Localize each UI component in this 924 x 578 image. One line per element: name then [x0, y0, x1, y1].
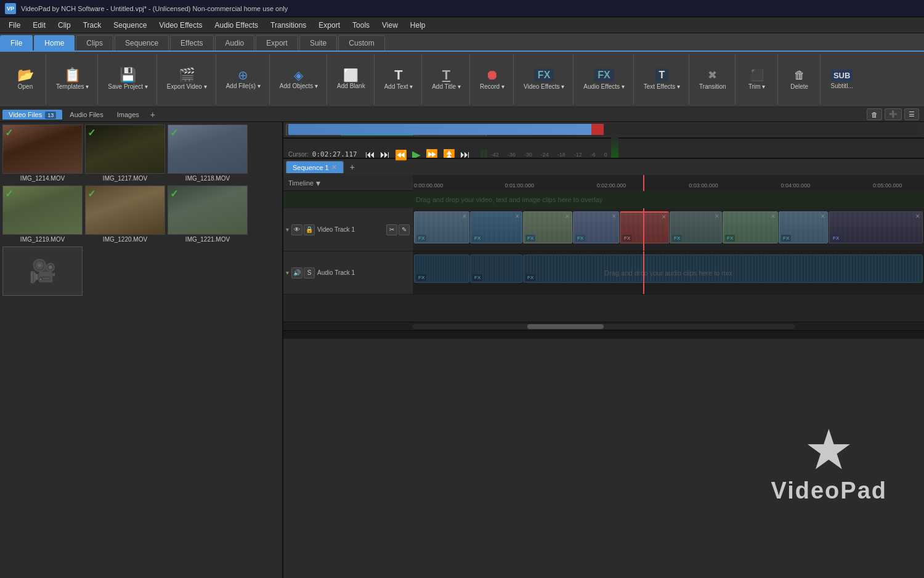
- tab-sequence[interactable]: Sequence: [115, 35, 169, 51]
- export-video-button[interactable]: 🎬 Export Video ▾: [163, 66, 211, 92]
- tab-audio[interactable]: Audio: [215, 35, 255, 51]
- ribbon: 📂 Open 📋 Templates ▾ 💾 Save Project ▾ 🎬 …: [0, 52, 924, 107]
- add-files-button[interactable]: ⊕ Add File(s) ▾: [222, 67, 264, 92]
- track-action-icons: ✂ ✎: [386, 224, 410, 235]
- clip-6-close[interactable]: ✕: [715, 213, 719, 219]
- record-button[interactable]: ⏺ Record ▾: [476, 66, 508, 92]
- ribbon-add-files-group: ⊕ Add File(s) ▾: [217, 54, 270, 105]
- clip-2-close[interactable]: ✕: [515, 213, 520, 219]
- templates-button[interactable]: 📋 Templates ▾: [52, 66, 92, 92]
- audio-clip-1[interactable]: FX: [414, 254, 469, 283]
- tab-effects[interactable]: Effects: [170, 35, 213, 51]
- audio-track-collapse-btn[interactable]: ▾: [286, 269, 289, 276]
- subtitle-button[interactable]: SUB Subtitl...: [827, 67, 857, 92]
- audio-track-1-content[interactable]: FX FX FX: [413, 251, 924, 294]
- menu-edit[interactable]: Edit: [26, 20, 52, 31]
- close-sequence-btn[interactable]: ✕: [331, 163, 337, 171]
- ribbon-templates-group: 📋 Templates ▾: [47, 54, 98, 105]
- open-button[interactable]: 📂 Open: [10, 66, 41, 92]
- video-clip-1[interactable]: FX ✕: [414, 211, 469, 243]
- media-file-4[interactable]: ✓ IMG_1219.MOV: [2, 185, 83, 244]
- save-project-button[interactable]: 💾 Save Project ▾: [104, 66, 151, 92]
- menu-video-effects[interactable]: Video Effects: [153, 20, 208, 31]
- tab-video-files[interactable]: Video Files 13: [2, 110, 62, 120]
- video-clip-2[interactable]: FX ✕: [470, 211, 522, 243]
- video-clip-9[interactable]: FX ✕: [829, 211, 923, 243]
- video-effects-button[interactable]: FX Video Effects ▾: [520, 66, 568, 92]
- add-blank-button[interactable]: ⬜ Add Blank: [333, 67, 369, 92]
- clip-3-close[interactable]: ✕: [565, 213, 570, 219]
- menu-help[interactable]: Help: [404, 20, 432, 31]
- clip-4-close[interactable]: ✕: [612, 213, 617, 219]
- add-title-button[interactable]: T Add Title ▾: [428, 66, 464, 92]
- clip-5-close[interactable]: ✕: [662, 214, 667, 220]
- video-clip-8[interactable]: FX ✕: [779, 211, 828, 243]
- add-title-label: Add Title ▾: [432, 83, 461, 90]
- view-toggle-btn[interactable]: ☰: [904, 108, 919, 120]
- clip-1-close[interactable]: ✕: [462, 213, 467, 219]
- hscroll-thumb[interactable]: [527, 324, 604, 329]
- track-collapse-btn[interactable]: ▾: [286, 226, 289, 233]
- media-file-6[interactable]: ✓ IMG_1221.MOV: [168, 185, 248, 244]
- add-sequence-btn[interactable]: +: [345, 160, 360, 174]
- text-effects-button[interactable]: T Text Effects ▾: [640, 66, 684, 92]
- tab-home[interactable]: Home: [34, 35, 75, 51]
- menu-file[interactable]: File: [2, 20, 26, 31]
- add-text-button[interactable]: T Add Text ▾: [381, 66, 417, 92]
- add-media-tab-button[interactable]: +: [147, 108, 159, 121]
- track-cut-btn[interactable]: ✂: [386, 224, 397, 235]
- track-eye-btn[interactable]: 👁: [291, 224, 302, 235]
- tab-export[interactable]: Export: [256, 35, 298, 51]
- audio-mute-btn[interactable]: 🔊: [291, 267, 302, 279]
- clip-7-close[interactable]: ✕: [771, 213, 776, 219]
- trim-button[interactable]: ⬛ Trim ▾: [742, 66, 772, 92]
- track-edit-btn[interactable]: ✎: [399, 224, 410, 235]
- add-text-icon: T: [394, 68, 402, 82]
- media-file-3[interactable]: ✓ IMG_1218.MOV: [168, 124, 248, 183]
- clip-8-close[interactable]: ✕: [821, 213, 825, 219]
- video-clip-4[interactable]: FX ✕: [573, 211, 619, 243]
- tab-suite[interactable]: Suite: [299, 35, 337, 51]
- add-objects-button[interactable]: ◈ Add Objects ▾: [276, 67, 322, 92]
- media-file-2[interactable]: ✓ IMG_1217.MOV: [85, 124, 165, 183]
- sequence-tab-1[interactable]: Sequence 1 ✕: [286, 161, 344, 173]
- hscroll-track[interactable]: [413, 324, 795, 329]
- audio-effects-button[interactable]: FX Audio Effects ▾: [580, 66, 628, 92]
- menu-tools[interactable]: Tools: [346, 20, 376, 31]
- media-file-5[interactable]: ✓ IMG_1220.MOV: [85, 185, 165, 244]
- tab-file[interactable]: File: [0, 35, 33, 51]
- video-clip-3[interactable]: FX ✕: [523, 211, 572, 243]
- menu-export[interactable]: Export: [312, 20, 346, 31]
- delete-media-btn[interactable]: 🗑: [867, 108, 882, 120]
- menu-track[interactable]: Track: [77, 20, 108, 31]
- bottom-scrollbar[interactable]: [283, 330, 924, 339]
- video-track-1-content[interactable]: FX ✕ FX ✕ FX: [413, 208, 924, 251]
- tab-audio-files[interactable]: Audio Files: [63, 110, 109, 120]
- timeline-dropdown-btn[interactable]: ▾: [316, 178, 320, 188]
- video-clip-6[interactable]: FX ✕: [670, 211, 722, 243]
- scrubber-timeline[interactable]: [288, 124, 919, 135]
- rewind-btn[interactable]: ⏩: [393, 146, 409, 163]
- clip-9-close[interactable]: ✕: [915, 213, 920, 219]
- add-to-sequence-btn[interactable]: ➕: [885, 108, 902, 120]
- meter-labels: -42 -36 -30 -24 -18 -12 -6 0: [488, 152, 607, 158]
- tab-clips[interactable]: Clips: [76, 35, 113, 51]
- tab-custom[interactable]: Custom: [338, 35, 384, 51]
- audio-solo-btn[interactable]: S: [304, 267, 315, 279]
- track-lock-btn[interactable]: 🔒: [304, 224, 315, 235]
- meter-label-2: -36: [508, 152, 516, 158]
- delete-button[interactable]: 🗑 Delete: [784, 67, 815, 92]
- video-clip-7[interactable]: FX ✕: [723, 211, 778, 243]
- menu-view[interactable]: View: [376, 20, 404, 31]
- tab-images[interactable]: Images: [111, 110, 145, 120]
- media-file-1[interactable]: ✓ IMG_1214.MOV: [2, 124, 83, 183]
- sequence-section: Sequence 1 ✕ + Timeline ▾ 0:00:00.000: [283, 158, 924, 330]
- audio-clip-2[interactable]: FX: [470, 254, 522, 283]
- transition-button[interactable]: ✖ Transition: [695, 66, 730, 92]
- menu-sequence[interactable]: Sequence: [107, 20, 153, 31]
- video-clip-5-current[interactable]: FX ✕: [620, 211, 669, 243]
- menu-clip[interactable]: Clip: [52, 20, 77, 31]
- menu-transitions[interactable]: Transitions: [264, 20, 312, 31]
- audio-clip-3[interactable]: FX: [523, 254, 923, 283]
- menu-audio-effects[interactable]: Audio Effects: [209, 20, 265, 31]
